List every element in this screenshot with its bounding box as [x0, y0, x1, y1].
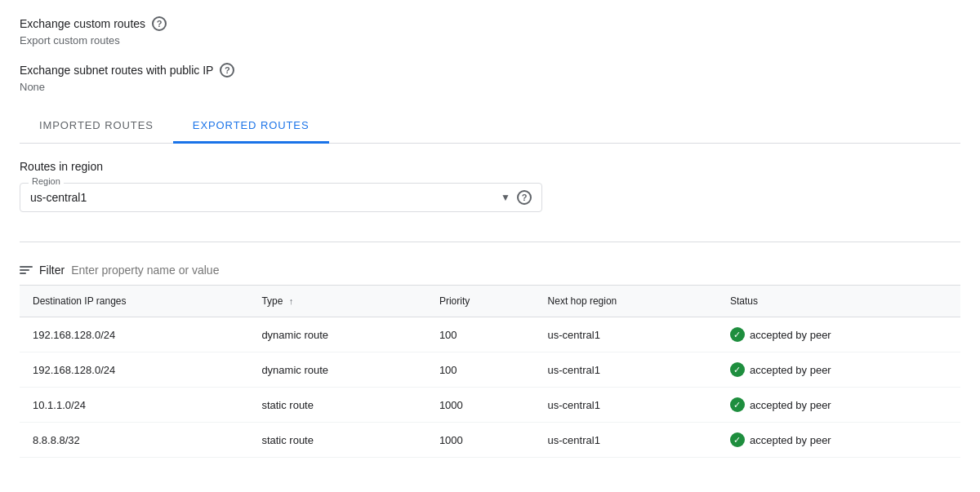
cell-type: static route: [248, 423, 426, 458]
cell-priority: 100: [426, 352, 535, 388]
check-circle-icon: ✓: [730, 327, 745, 342]
routes-in-region-title: Routes in region: [20, 160, 960, 173]
region-dropdown-arrow-icon[interactable]: ▼: [501, 192, 510, 203]
status-text: accepted by peer: [750, 399, 831, 411]
table-row: 192.168.128.0/24dynamic route100us-centr…: [20, 317, 960, 352]
routes-tabs: IMPORTED ROUTES EXPORTED ROUTES: [20, 109, 960, 144]
exchange-subnet-routes-header: Exchange subnet routes with public IP ?: [20, 63, 960, 78]
exchange-custom-routes-label: Exchange custom routes: [20, 17, 145, 30]
routes-table: Destination IP ranges Type ↑ Priority Ne…: [20, 286, 960, 458]
status-badge: ✓accepted by peer: [730, 362, 831, 377]
type-sort-icon: ↑: [289, 296, 294, 306]
tab-imported-routes[interactable]: IMPORTED ROUTES: [20, 109, 173, 144]
cell-status: ✓accepted by peer: [717, 352, 960, 388]
region-help-icon[interactable]: ?: [517, 190, 532, 205]
cell-destination: 10.1.1.0/24: [20, 388, 248, 423]
col-destination: Destination IP ranges: [20, 286, 248, 317]
filter-bar: Filter: [20, 255, 960, 286]
check-circle-icon: ✓: [730, 432, 745, 447]
table-header: Destination IP ranges Type ↑ Priority Ne…: [20, 286, 960, 317]
region-label: Region: [29, 176, 64, 186]
status-badge: ✓accepted by peer: [730, 327, 831, 342]
col-next-hop: Next hop region: [535, 286, 717, 317]
tab-exported-routes[interactable]: EXPORTED ROUTES: [173, 109, 329, 144]
status-badge: ✓accepted by peer: [730, 397, 831, 412]
cell-destination: 8.8.8.8/32: [20, 423, 248, 458]
exchange-subnet-routes-label: Exchange subnet routes with public IP: [20, 64, 213, 77]
cell-priority: 100: [426, 317, 535, 352]
cell-destination: 192.168.128.0/24: [20, 352, 248, 388]
cell-destination: 192.168.128.0/24: [20, 317, 248, 352]
filter-line-1: [20, 266, 33, 268]
exchange-subnet-routes-section: Exchange subnet routes with public IP ? …: [20, 63, 960, 93]
col-type[interactable]: Type ↑: [248, 286, 426, 317]
status-text: accepted by peer: [750, 329, 831, 341]
exchange-custom-routes-header: Exchange custom routes ?: [20, 16, 960, 31]
cell-type: dynamic route: [248, 317, 426, 352]
filter-line-2: [20, 269, 29, 271]
exchange-custom-routes-sub: Export custom routes: [20, 34, 960, 47]
filter-line-3: [20, 273, 26, 274]
cell-status: ✓accepted by peer: [717, 423, 960, 458]
cell-priority: 1000: [426, 423, 535, 458]
exchange-custom-routes-section: Exchange custom routes ? Export custom r…: [20, 16, 960, 47]
cell-next-hop: us-central1: [535, 423, 717, 458]
cell-next-hop: us-central1: [535, 317, 717, 352]
exchange-custom-routes-help-icon[interactable]: ?: [152, 16, 167, 31]
cell-priority: 1000: [426, 388, 535, 423]
exchange-subnet-routes-help-icon[interactable]: ?: [220, 63, 234, 78]
section-divider: [20, 242, 960, 242]
cell-status: ✓accepted by peer: [717, 317, 960, 352]
cell-status: ✓accepted by peer: [717, 388, 960, 423]
filter-input[interactable]: [71, 264, 960, 277]
cell-type: static route: [248, 388, 426, 423]
table-row: 192.168.128.0/24dynamic route100us-centr…: [20, 352, 960, 388]
region-selector[interactable]: Region us-central1 ▼ ?: [20, 183, 542, 212]
table-row: 10.1.1.0/24static route1000us-central1✓a…: [20, 388, 960, 423]
status-text: accepted by peer: [750, 434, 831, 446]
region-value: us-central1: [30, 191, 494, 204]
filter-label: Filter: [39, 264, 65, 277]
col-status: Status: [717, 286, 960, 317]
filter-icon[interactable]: [20, 266, 33, 274]
table-row: 8.8.8.8/32static route1000us-central1✓ac…: [20, 423, 960, 458]
table-body: 192.168.128.0/24dynamic route100us-centr…: [20, 317, 960, 458]
status-badge: ✓accepted by peer: [730, 432, 831, 447]
cell-type: dynamic route: [248, 352, 426, 388]
status-text: accepted by peer: [750, 364, 831, 376]
check-circle-icon: ✓: [730, 362, 745, 377]
routes-in-region-section: Routes in region Region us-central1 ▼ ?: [20, 160, 960, 228]
cell-next-hop: us-central1: [535, 352, 717, 388]
exchange-subnet-routes-value: None: [20, 81, 960, 93]
col-priority: Priority: [426, 286, 535, 317]
check-circle-icon: ✓: [730, 397, 745, 412]
cell-next-hop: us-central1: [535, 388, 717, 423]
